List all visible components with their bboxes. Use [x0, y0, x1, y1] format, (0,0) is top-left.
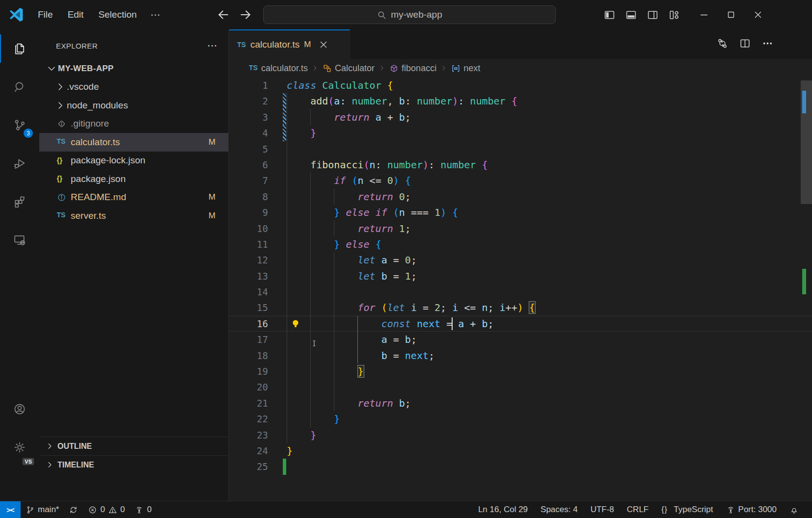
line-number: 20: [229, 379, 287, 395]
code-line-22[interactable]: 22 }: [229, 411, 812, 427]
editor-action-split[interactable]: [739, 37, 751, 52]
branch-icon: [26, 505, 35, 515]
menu-file[interactable]: File: [30, 6, 60, 23]
status-ports[interactable]: 0: [130, 501, 156, 518]
status-sync[interactable]: [64, 501, 83, 518]
tab-close-icon[interactable]: [318, 39, 329, 50]
code-line-21[interactable]: 21 return b;: [229, 395, 812, 411]
code-content: fibonacci(n: number): number {: [287, 157, 812, 173]
tree-item-server-ts[interactable]: TSserver.tsM: [39, 207, 228, 225]
token: [287, 159, 310, 171]
code-content: }: [287, 363, 812, 379]
code-line-11[interactable]: 11 } else {: [229, 236, 812, 252]
activity-accounts[interactable]: [0, 390, 39, 428]
code-line-16[interactable]: 16 const next = a + b;: [229, 316, 812, 332]
code-line-24[interactable]: 24}: [229, 443, 812, 459]
tab-calculator-ts[interactable]: TS calculator.ts M: [229, 29, 350, 59]
activity-settings[interactable]: VS: [0, 428, 39, 466]
status-notifications[interactable]: [783, 501, 805, 518]
tree-item--gitignore[interactable]: .gitignore: [39, 115, 228, 133]
breadcrumb-fibonacci[interactable]: fibonacci: [389, 63, 436, 74]
status-indentation[interactable]: Spaces: 4: [534, 501, 584, 518]
code-line-6[interactable]: 6 fibonacci(n: number): number {: [229, 157, 812, 173]
nav-back-icon[interactable]: [216, 7, 231, 22]
command-center-search[interactable]: my-web-app: [263, 5, 556, 24]
tree-item-node-modules[interactable]: node_modules: [39, 96, 228, 115]
code-line-25[interactable]: 25: [229, 459, 812, 474]
section-timeline[interactable]: TIMELINE: [39, 455, 228, 474]
tree-item--vscode[interactable]: .vscode: [39, 78, 228, 97]
tree-item-package-lock-json[interactable]: {}package-lock.json: [39, 152, 228, 170]
menu-more[interactable]: ⋯: [144, 6, 167, 24]
menu-selection[interactable]: Selection: [91, 6, 144, 23]
tree-item-package-json[interactable]: {}package.json: [39, 170, 228, 188]
code-line-19[interactable]: 19 }: [229, 363, 812, 379]
code-editor[interactable]: 1class Calculator {2 add(a: number, b: n…: [229, 78, 812, 475]
status-problems[interactable]: 00: [83, 501, 130, 518]
activity-remote-explorer[interactable]: [0, 221, 39, 259]
token: ;: [487, 302, 499, 313]
activity-search[interactable]: [0, 68, 39, 106]
code-line-8[interactable]: 8 return 0;: [229, 189, 812, 205]
sidebar-more-icon[interactable]: ⋯: [207, 40, 218, 52]
editor-action-more-dots[interactable]: [761, 37, 774, 52]
code-line-15[interactable]: 15 for (let i = 2; i <= n; i++) {: [229, 300, 812, 315]
status-cursor-position[interactable]: Ln 16, Col 29: [472, 501, 534, 518]
activity-extensions[interactable]: [0, 182, 39, 221]
breadcrumb-calculator-ts[interactable]: TScalculator.ts: [249, 63, 308, 74]
panel-bottom-button[interactable]: [623, 7, 639, 23]
breadcrumb-next[interactable]: next: [451, 63, 480, 74]
menu-edit[interactable]: Edit: [60, 6, 91, 23]
code-content: }: [287, 125, 812, 141]
section-outline[interactable]: OUTLINE: [39, 437, 228, 455]
token: n: [358, 175, 364, 186]
activity-explorer[interactable]: [0, 29, 39, 68]
panel-left-button[interactable]: [602, 7, 617, 23]
status-port-forward[interactable]: Port: 3000: [720, 501, 783, 518]
code-line-20[interactable]: 20: [229, 379, 812, 395]
remote-indicator[interactable]: ><: [0, 501, 21, 518]
code-line-2[interactable]: 2 add(a: number, b: number): number {: [229, 93, 812, 109]
layout-custom-button[interactable]: [667, 7, 682, 23]
breadcrumb-calculator[interactable]: Calculator: [323, 63, 375, 74]
status-eol[interactable]: CRLF: [621, 501, 655, 518]
menu-bar: FileEditSelection⋯: [30, 0, 167, 29]
maximize-button[interactable]: [717, 0, 744, 29]
code-line-7[interactable]: 7 if (n <= 0) {: [229, 173, 812, 188]
status-encoding[interactable]: UTF-8: [584, 501, 621, 518]
search-value: my-web-app: [391, 9, 442, 20]
tree-item-readme-md[interactable]: README.mdM: [39, 188, 228, 207]
line-number: 9: [229, 205, 287, 220]
activity-run-debug[interactable]: [0, 144, 39, 182]
code-line-9[interactable]: 9 } else if (n === 1) {: [229, 205, 812, 220]
code-tokens: }: [287, 429, 316, 441]
editor-action-open-changes[interactable]: [716, 37, 729, 52]
open-changes-icon: [716, 37, 729, 50]
code-line-10[interactable]: 10 return 1;: [229, 221, 812, 236]
close-button[interactable]: [744, 0, 771, 29]
tree-item-calculator-ts[interactable]: TScalculator.tsM: [39, 133, 228, 152]
code-line-14[interactable]: 14: [229, 284, 812, 300]
code-line-13[interactable]: 13 let b = 1;: [229, 268, 812, 284]
activity-source-control[interactable]: 3: [0, 106, 39, 144]
git-modified-badge: M: [209, 211, 216, 221]
file-icon-holder: [54, 193, 69, 202]
panel-right-button[interactable]: [645, 7, 660, 23]
code-line-5[interactable]: 5: [229, 141, 812, 157]
token: else: [346, 238, 369, 250]
code-line-3[interactable]: 3 return a + b;: [229, 109, 812, 125]
token: [381, 79, 387, 91]
nav-forward-icon[interactable]: [238, 7, 253, 22]
minimize-button[interactable]: [690, 0, 717, 29]
lightbulb-icon[interactable]: [290, 318, 301, 330]
code-line-1[interactable]: 1class Calculator {: [229, 78, 812, 93]
token: =: [387, 350, 405, 362]
code-line-23[interactable]: 23 }: [229, 427, 812, 443]
code-line-4[interactable]: 4 }: [229, 125, 812, 141]
tree-root[interactable]: MY-WEB-APP: [39, 59, 228, 78]
token: ): [423, 159, 429, 171]
status-language[interactable]: {}TypeScript: [655, 501, 719, 518]
status-right: Ln 16, Col 29Spaces: 4UTF-8CRLF{}TypeScr…: [472, 501, 812, 518]
status-branch[interactable]: main*: [21, 501, 64, 518]
code-line-12[interactable]: 12 let a = 0;: [229, 252, 812, 268]
